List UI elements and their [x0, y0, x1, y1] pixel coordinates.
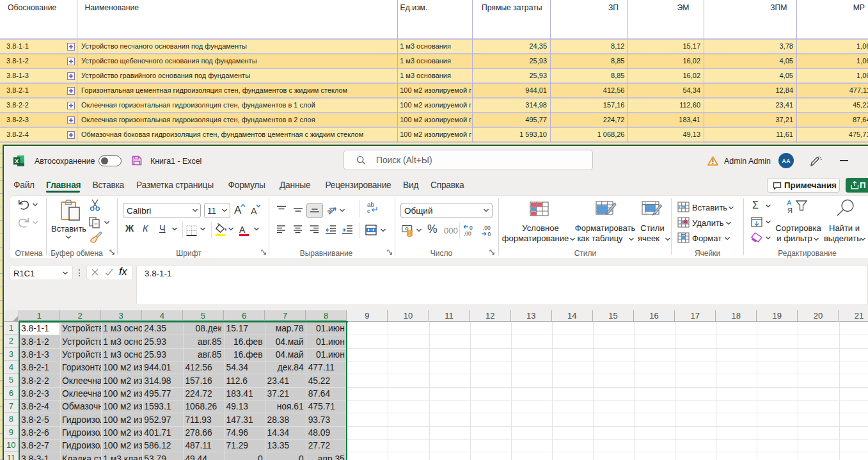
svg-text:А: А: [787, 200, 792, 207]
svg-text:c: c: [367, 207, 370, 214]
svg-text:X: X: [15, 157, 19, 164]
svg-text:0: 0: [488, 231, 491, 237]
svg-text:,00: ,00: [464, 230, 471, 237]
svg-text:,00: ,00: [483, 225, 491, 231]
svg-text:ab: ab: [367, 201, 374, 208]
svg-text:Я: Я: [787, 207, 793, 214]
